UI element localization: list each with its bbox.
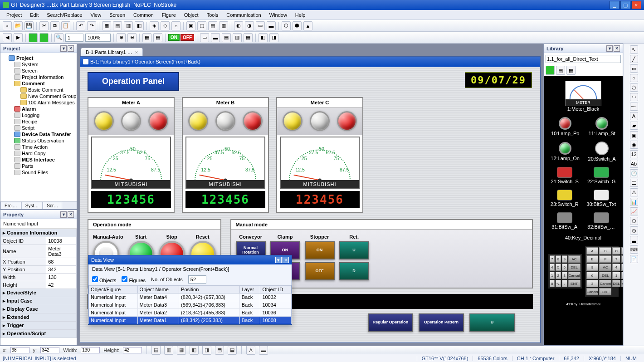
tree-item[interactable]: Status Observation (2, 137, 75, 144)
lamp-yellow[interactable] (283, 111, 302, 131)
clock-icon[interactable]: 🕐 (630, 169, 638, 177)
manual-button[interactable]: D (339, 262, 369, 280)
lamp-gray[interactable] (121, 111, 141, 131)
tree-item[interactable]: Project Information (2, 74, 75, 80)
keypad-key[interactable]: D (621, 247, 623, 254)
numeric-icon[interactable]: 12 (630, 150, 638, 158)
cut-icon[interactable]: ✂ (39, 21, 49, 30)
tree-item[interactable]: Time Action (2, 144, 75, 150)
on-off-toggle[interactable]: ONOFF (168, 34, 194, 41)
library-item[interactable]: 20:Switch_A (588, 142, 616, 161)
redo-icon[interactable]: ↷ (87, 21, 96, 30)
library-item[interactable]: 23:Switch_R (551, 190, 579, 207)
zoom-out-icon[interactable]: ⊖ (127, 33, 137, 42)
keypad-key[interactable]: 1 (550, 272, 555, 279)
tool-icon[interactable]: ⬢ (293, 21, 302, 30)
keypad-key[interactable]: DEL (599, 272, 611, 279)
property-row[interactable]: Width130 (1, 274, 77, 281)
parts-icon[interactable]: ⬡ (630, 217, 638, 225)
table-row[interactable]: Numerical InputMeter Data1(68,342)-(205,… (89, 317, 292, 324)
tool-icon[interactable]: ▦ (244, 33, 253, 42)
menu-screen[interactable]: Screen (106, 11, 129, 19)
keypad-key[interactable]: 0 (550, 280, 555, 287)
circle-icon[interactable]: ○ (630, 74, 638, 82)
tool-icon[interactable]: ◧ (259, 33, 268, 42)
keypad-key[interactable]: ENT (568, 280, 581, 287)
menu-window[interactable]: Window (266, 11, 291, 19)
num-objects-field[interactable] (188, 275, 206, 284)
align-icon[interactable]: ⬒ (215, 346, 224, 355)
keypad-key[interactable]: ENT (599, 288, 611, 295)
keypad-key[interactable]: 2 (621, 272, 623, 279)
nav-icon[interactable]: ▶ (14, 33, 23, 42)
project-tab[interactable]: Scr… (43, 202, 62, 209)
tree-item[interactable]: System (2, 61, 75, 68)
digital-readout[interactable]: 123456 (280, 191, 360, 208)
analog-gauge[interactable]: 05010012.52537.562.57587.5MITSUBISHI (91, 137, 171, 189)
menu-communication[interactable]: Communication (223, 11, 264, 19)
tool-icon[interactable]: ▭ (200, 33, 209, 42)
keypad-key[interactable]: 8 (621, 255, 623, 263)
align-icon[interactable]: ▦ (177, 346, 186, 355)
tree-item[interactable]: Alarm (2, 106, 75, 112)
table-row[interactable]: Numerical InputMeter Data4(820,342)-(957… (89, 294, 292, 301)
keypad-key[interactable]: 4 (550, 264, 555, 271)
nav-button[interactable]: U (469, 313, 515, 332)
align-icon[interactable]: ▤ (151, 346, 161, 355)
zoom-input[interactable] (65, 34, 83, 42)
lamp-yellow[interactable] (188, 111, 208, 131)
tool-icon[interactable]: ▢ (197, 21, 206, 30)
keypad-key[interactable]: B (599, 247, 611, 254)
tree-item[interactable]: Script (2, 125, 75, 131)
align-icon[interactable]: ⬓ (228, 346, 237, 355)
property-table[interactable]: ▸ Common InformationObject ID10008NameMe… (0, 229, 77, 338)
tree-item[interactable]: New Comment Group (2, 93, 75, 99)
tool-icon[interactable]: ⬡ (282, 21, 291, 30)
tree-item[interactable]: Sound Files (2, 169, 75, 176)
library-meter-icon[interactable]: METER (565, 81, 601, 106)
close-icon[interactable]: × (283, 257, 289, 263)
keypad-key[interactable]: 6 (586, 272, 599, 279)
table-row[interactable]: Numerical InputMeter Data3(569,342)-(706… (89, 301, 292, 309)
objects-checkbox[interactable]: Objects (92, 276, 116, 283)
tool-icon[interactable]: ▣ (186, 21, 195, 30)
tool-icon[interactable]: ◇ (161, 21, 170, 30)
height-input[interactable] (123, 347, 142, 353)
keypad-key[interactable]: 5 (621, 264, 623, 271)
y-input[interactable] (40, 347, 59, 353)
keypad-key[interactable]: C (612, 247, 620, 254)
panel-pin-icon[interactable]: ▾ (606, 45, 613, 52)
switch-icon[interactable]: ▣ (630, 131, 638, 139)
tree-item[interactable]: Logging (2, 112, 75, 118)
graph-icon[interactable]: 📊 (630, 198, 638, 206)
tree-item[interactable]: Basic Comment (2, 87, 75, 93)
tool-icon[interactable]: ○ (171, 21, 181, 30)
x-input[interactable] (10, 347, 29, 353)
property-row[interactable]: X Position68 (1, 258, 77, 266)
panel-close-icon[interactable]: × (68, 211, 74, 218)
key-icon[interactable]: ⌨ (630, 245, 638, 254)
keypad-key[interactable]: Cancel (586, 288, 599, 295)
library-keypad-decimal[interactable]: 789AC456DEL123Cancel0+/-.ENT (548, 254, 582, 289)
trend-icon[interactable]: 📈 (630, 207, 638, 215)
text-icon[interactable]: A (630, 112, 638, 120)
menu-search/replace[interactable]: Search/Replace (43, 11, 86, 19)
keypad-key[interactable]: 3 (562, 272, 567, 279)
menu-object[interactable]: Object (181, 11, 202, 19)
panel-close-icon[interactable]: × (68, 45, 74, 52)
window-minimize-button[interactable]: _ (610, 1, 620, 9)
lamp-yellow[interactable] (94, 111, 114, 131)
zoom-pct-input[interactable] (85, 34, 111, 42)
panel-pin-icon[interactable]: ▾ (60, 45, 67, 52)
keypad-key[interactable]: DEL (612, 280, 620, 287)
align-icon[interactable]: ◨ (202, 346, 211, 355)
doc-icon[interactable]: 📄 (630, 255, 638, 263)
keypad-key[interactable]: 6 (562, 264, 567, 271)
library-item[interactable]: 30:BitSw_Txt (586, 190, 616, 207)
width-input[interactable] (81, 347, 100, 353)
meter-icon[interactable]: ◷ (630, 226, 638, 235)
library-item[interactable]: 10:Lamp_Po (551, 117, 579, 136)
align-icon[interactable]: ▥ (164, 346, 173, 355)
project-tab[interactable]: Syst… (21, 202, 43, 209)
lib-tool-icon[interactable]: ▤ (556, 66, 565, 75)
